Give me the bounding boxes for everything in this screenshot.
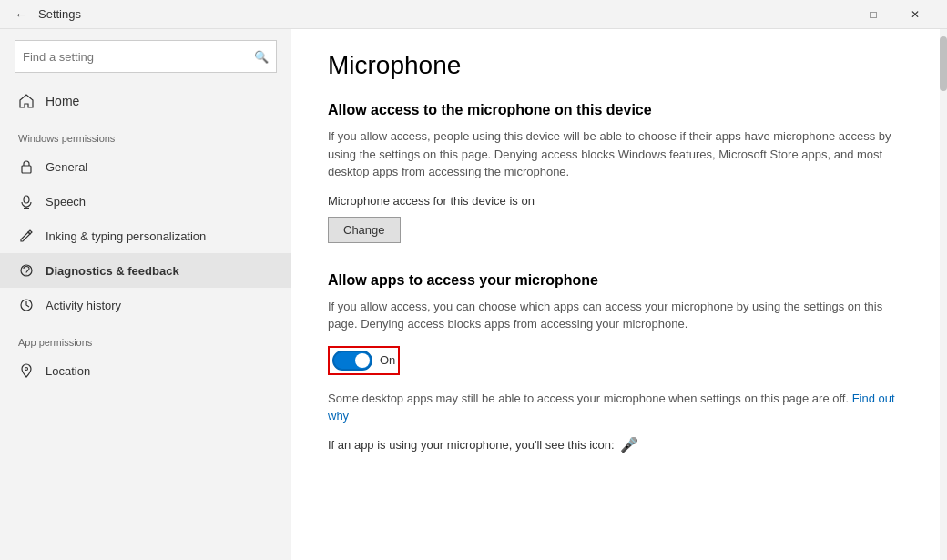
window-controls: — □ ✕ [810, 0, 936, 29]
sidebar-label-general: General [46, 160, 87, 174]
toggle-outline: On [328, 346, 400, 375]
section1-desc: If you allow access, people using this d… [328, 127, 911, 181]
toggle-row: On [328, 346, 911, 375]
sidebar-item-speech[interactable]: Speech [0, 184, 291, 219]
device-access-status: Microphone access for this device is on [328, 194, 911, 208]
scrollbar-thumb[interactable] [940, 36, 947, 91]
sidebar-item-inking[interactable]: Inking & typing personalization [0, 219, 291, 253]
sidebar-item-activity[interactable]: Activity history [0, 288, 291, 322]
minimize-button[interactable]: — [810, 0, 852, 29]
section2-desc: If you allow access, you can choose whic… [328, 298, 911, 333]
sidebar-item-general[interactable]: General [0, 149, 291, 184]
search-icon: 🔍 [254, 50, 269, 64]
toggle-label: On [380, 353, 395, 367]
sidebar-label-diagnostics: Diagnostics & feedback [46, 264, 179, 278]
svg-point-5 [25, 274, 26, 275]
maximize-button[interactable]: □ [852, 0, 894, 29]
sidebar-item-diagnostics[interactable]: Diagnostics & feedback [0, 253, 291, 288]
microphone-toggle[interactable] [332, 351, 372, 371]
microphone-icon: 🎤 [620, 436, 638, 453]
icon-note: If an app is using your microphone, you'… [328, 436, 911, 453]
desktop-apps-note: Some desktop apps may still be able to a… [328, 390, 911, 425]
change-button[interactable]: Change [328, 217, 401, 243]
lock-icon [18, 158, 35, 175]
pen-icon [18, 228, 35, 244]
close-button[interactable]: ✕ [894, 0, 936, 29]
content-area: Microphone Allow access to the microphon… [291, 29, 947, 560]
windows-permissions-label: Windows permissions [0, 118, 291, 149]
svg-point-7 [25, 368, 28, 371]
search-container[interactable]: 🔍 [15, 40, 277, 73]
titlebar: ← Settings — □ ✕ [0, 0, 947, 29]
home-label: Home [46, 94, 79, 108]
titlebar-title: Settings [38, 7, 81, 21]
section1-title: Allow access to the microphone on this d… [328, 102, 911, 118]
sidebar-label-activity: Activity history [46, 299, 121, 312]
speech-icon [18, 193, 35, 209]
app-permissions-label: App permissions [0, 322, 291, 353]
main-layout: 🔍 Home Windows permissions General [0, 29, 947, 560]
sidebar-label-inking: Inking & typing personalization [46, 229, 206, 243]
back-button[interactable]: ← [11, 5, 31, 24]
svg-point-1 [24, 196, 29, 203]
sidebar-item-location[interactable]: Location [0, 353, 291, 388]
search-input[interactable] [23, 50, 254, 64]
home-icon [18, 93, 35, 109]
sidebar-label-location: Location [46, 364, 90, 378]
sidebar-label-speech: Speech [46, 195, 86, 209]
feedback-icon [18, 262, 35, 279]
location-icon [18, 362, 35, 379]
sidebar: 🔍 Home Windows permissions General [0, 29, 291, 560]
page-title: Microphone [328, 51, 911, 80]
scrollbar-track[interactable] [940, 29, 947, 560]
sidebar-item-home[interactable]: Home [0, 84, 291, 118]
history-icon [18, 297, 35, 313]
section2-title: Allow apps to access your microphone [328, 272, 911, 289]
svg-rect-0 [22, 166, 31, 173]
